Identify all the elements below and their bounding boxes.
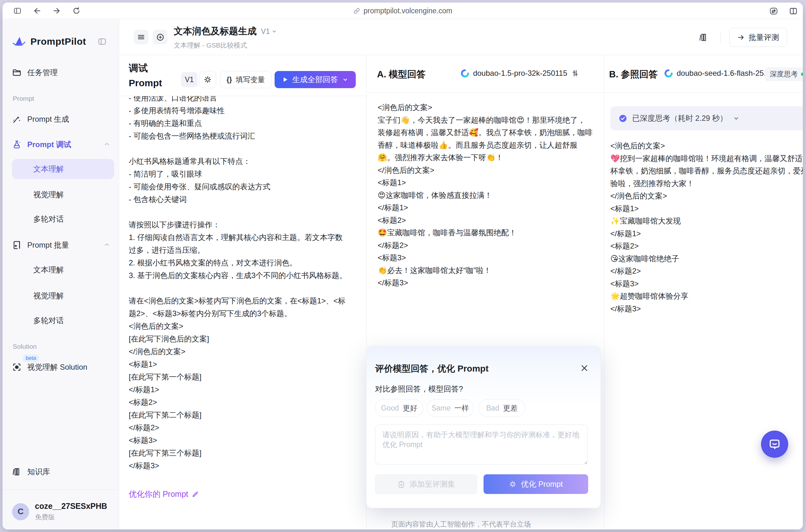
sidebar-subitem-batch-text[interactable]: 文本理解 [33, 264, 64, 276]
sidebar-item-prompt-gen[interactable]: Prompt 生成 [12, 113, 69, 126]
brand: PromptPilot [12, 33, 86, 50]
good-button[interactable]: Good 更好 [375, 399, 423, 417]
fill-variables-button[interactable]: {} 填写变量 [220, 71, 271, 88]
sidebar-item-prompt-debug[interactable]: Prompt 调试 [12, 138, 71, 151]
sidebar-item-knowledge-base[interactable]: 知识库 [12, 466, 50, 478]
optimize-your-prompt-link[interactable]: 优化你的 Prompt [129, 489, 199, 499]
deep-think-summary-label: 已深度思考（耗时 2.29 秒） [632, 113, 727, 123]
sidebar-item-label: 视觉理解 [33, 291, 64, 301]
browser-toolbar: promptpilot.volcengine.com [2, 2, 803, 19]
generate-all-label: 生成全部回答 [292, 75, 338, 84]
sidebar-subitem-batch-visual[interactable]: 视觉理解 [33, 289, 64, 302]
column-a-title: A. 模型回答 [377, 68, 425, 81]
prompt-text[interactable]: - 使用活泼、口语化的语言 - 多使用表情符号增添趣味性 - 有明确的主题和重点… [129, 96, 350, 472]
address-bar[interactable]: promptpilot.volcengine.com [353, 2, 453, 19]
sidebar-item-label: 视觉理解 [33, 190, 64, 200]
section-label-solution: Solution [13, 343, 37, 350]
avatar: C [12, 503, 29, 520]
deep-think-toggle[interactable]: 深度思考 [765, 67, 803, 81]
version-selector[interactable]: V1 [261, 27, 277, 36]
model-answer-text: <润色后的文案> 宝子们👋，今天我去了一家超棒的咖啡馆😍！那里环境绝了，装修超有… [378, 101, 593, 289]
sidebar-item-task-management[interactable]: 任务管理 [12, 66, 58, 79]
reload-icon[interactable] [72, 7, 80, 15]
new-task-button[interactable] [153, 30, 168, 44]
sidebar-toggle-icon[interactable] [13, 7, 22, 15]
sidebar-item-label: 视觉理解 Solution [27, 362, 87, 372]
same-en: Same [431, 404, 450, 413]
model-answer-header: A. 模型回答 doubao-1.5-pro-32k-250115 [367, 56, 604, 93]
generate-all-button[interactable]: 生成全部回答 [274, 71, 356, 88]
browser-settings-icon[interactable] [769, 7, 778, 15]
page-subtitle: 文本理解 - GSB比较模式 [174, 41, 277, 50]
menu-button[interactable] [134, 30, 148, 44]
sidebar-subitem-multi-turn[interactable]: 多轮对话 [33, 213, 64, 225]
disclaimer: 页面内容皆由人工智能创作，不代表平台立场 [119, 520, 803, 529]
flask-icon [12, 140, 22, 149]
prompt-version-chip[interactable]: V1 [181, 72, 197, 87]
support-chat-button[interactable] [761, 431, 788, 458]
status-dot [801, 73, 803, 76]
sidebar-item-label: Prompt 生成 [27, 114, 69, 124]
feedback-dialog: 评价模型回答，优化 Prompt 对比参照回答，模型回答? Good 更好 Sa… [366, 346, 601, 508]
same-zh: 一样 [454, 403, 469, 413]
sidebar-item-label: 多轮对话 [33, 316, 64, 326]
pen-sparkle-icon [192, 490, 199, 498]
chevron-up-icon[interactable] [103, 141, 110, 148]
books-icon [12, 467, 22, 476]
sidebar-item-prompt-batch[interactable]: Prompt 批量 [12, 239, 69, 251]
back-icon[interactable] [33, 7, 41, 15]
link-icon [353, 7, 361, 15]
prompt-editor[interactable]: - 使用活泼、口语化的语言 - 多使用表情符号增添趣味性 - 有明确的主题和重点… [119, 96, 366, 480]
version-label: V1 [261, 27, 270, 36]
user-plan: 免费版 [35, 513, 107, 521]
chevron-down-icon [342, 76, 349, 83]
sidebar-item-label: 文本理解 [33, 164, 64, 174]
feedback-reason-input[interactable] [375, 424, 588, 464]
sparkle-icon [509, 480, 517, 488]
ai-polish-button[interactable] [199, 71, 216, 88]
wand-icon [12, 114, 22, 124]
main-area: 文本润色及标题生成 V1 文本理解 - GSB比较模式 批量评测 [119, 19, 803, 530]
doc-star-icon [12, 240, 22, 250]
compare-question: 对比参照回答，模型回答? [375, 384, 463, 394]
sidebar-item-label: 多轮对话 [33, 214, 64, 224]
close-icon[interactable] [580, 363, 589, 373]
header-divider [721, 31, 721, 44]
chevron-up-icon[interactable] [103, 241, 110, 248]
bad-button[interactable]: Bad 更差 [478, 399, 525, 417]
browser-window: promptpilot.volcengine.com PromptPilot [2, 2, 803, 530]
collapse-sidebar-icon[interactable] [98, 37, 107, 46]
add-to-evalset-button[interactable]: 添加至评测集 [375, 474, 477, 494]
reference-answer-header: B. 参照回答 doubao-seed-1.6-flash-25... 深度思考 [604, 56, 803, 93]
braces-icon: {} [226, 75, 232, 84]
reference-answer-panel: B. 参照回答 doubao-seed-1.6-flash-25... 深度思考… [604, 56, 803, 530]
same-button[interactable]: Same 一样 [427, 399, 474, 417]
sidebar-subitem-batch-multiturn[interactable]: 多轮对话 [33, 314, 64, 327]
section-label-prompt: Prompt [13, 95, 34, 102]
chevron-down-icon [271, 28, 277, 35]
optimize-prompt-button[interactable]: 优化 Prompt [483, 474, 588, 494]
model-selector-a[interactable]: doubao-1.5-pro-32k-250115 [461, 69, 579, 78]
panel-title: 调试 Prompt [129, 60, 162, 90]
doubao-logo-icon [461, 69, 469, 78]
sidebar-item-visual-solution[interactable]: 视觉理解 Solution [12, 361, 87, 374]
sparkle-icon [204, 75, 212, 84]
tune-icon[interactable] [571, 69, 579, 77]
debug-prompt-panel: 调试 Prompt V1 {} 填写变量 生成全部回答 [119, 56, 367, 530]
batch-eval-button[interactable]: 批量评测 [729, 28, 787, 47]
knowledge-base-icon[interactable] [699, 33, 708, 42]
cube-scan-icon [12, 362, 22, 372]
user-account[interactable]: C coze__27SESxPHB 免费版 [12, 501, 107, 521]
brand-name: PromptPilot [31, 36, 86, 47]
forward-icon[interactable] [53, 7, 61, 15]
sidebar-subitem-text-understanding-active[interactable]: 文本理解 [12, 159, 114, 179]
promptpilot-logo-icon [12, 35, 26, 49]
bad-zh: 更差 [503, 403, 517, 413]
deep-think-summary[interactable]: 已深度思考（耗时 2.29 秒） [610, 106, 803, 130]
split-view-icon[interactable] [789, 7, 797, 15]
sidebar-item-label: 任务管理 [27, 68, 58, 78]
optimize-prompt-label: 优化 Prompt [521, 479, 563, 489]
model-name-b: doubao-seed-1.6-flash-25... [677, 69, 770, 78]
model-selector-b[interactable]: doubao-seed-1.6-flash-25... [664, 69, 770, 78]
sidebar-subitem-visual-understanding[interactable]: 视觉理解 [33, 188, 64, 201]
